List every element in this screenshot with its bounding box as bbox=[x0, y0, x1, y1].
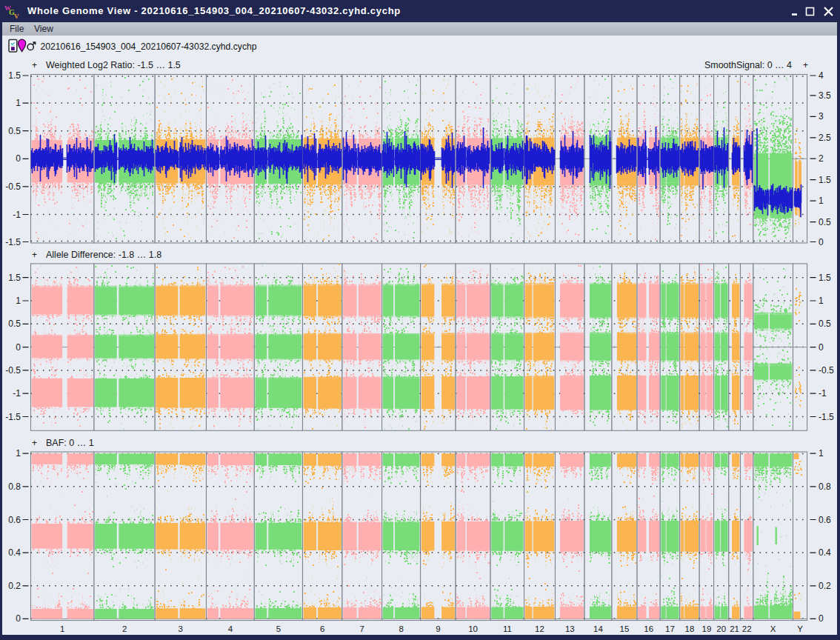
svg-text:0: 0 bbox=[819, 237, 824, 247]
svg-text:20: 20 bbox=[716, 624, 726, 633]
svg-text:-1: -1 bbox=[13, 210, 21, 220]
svg-text:20210616_154903_004_20210607-4: 20210616_154903_004_20210607-43032.cyhd.… bbox=[41, 41, 257, 52]
svg-text:11: 11 bbox=[503, 624, 512, 633]
svg-text:0.6: 0.6 bbox=[8, 515, 21, 525]
svg-text:1.5: 1.5 bbox=[819, 175, 831, 185]
svg-text:SmoothSignal: 0 … 4: SmoothSignal: 0 … 4 bbox=[704, 60, 792, 70]
svg-text:+: + bbox=[803, 60, 808, 70]
svg-text:2: 2 bbox=[819, 153, 824, 164]
svg-text:BAF: 0 … 1: BAF: 0 … 1 bbox=[46, 438, 94, 448]
svg-text:-1: -1 bbox=[819, 388, 827, 399]
svg-text:+: + bbox=[32, 438, 37, 448]
svg-text:0.2: 0.2 bbox=[819, 581, 831, 591]
svg-text:3.5: 3.5 bbox=[819, 90, 831, 101]
svg-text:12: 12 bbox=[535, 624, 544, 633]
svg-text:3: 3 bbox=[179, 624, 183, 633]
svg-text:16: 16 bbox=[644, 624, 653, 633]
svg-text:1: 1 bbox=[819, 448, 824, 459]
svg-text:4: 4 bbox=[228, 624, 233, 633]
svg-text:Y: Y bbox=[797, 624, 803, 633]
svg-text:Weighted Log2 Ratio: -1.5 … 1.: Weighted Log2 Ratio: -1.5 … 1.5 bbox=[46, 60, 181, 70]
svg-text:5: 5 bbox=[276, 624, 281, 633]
svg-text:0.5: 0.5 bbox=[8, 126, 21, 136]
svg-text:X: X bbox=[770, 624, 776, 633]
svg-text:9: 9 bbox=[436, 624, 440, 633]
svg-text:7: 7 bbox=[360, 624, 364, 633]
svg-text:0.5: 0.5 bbox=[819, 319, 831, 329]
svg-text:1: 1 bbox=[819, 296, 824, 306]
svg-text:-0.5: -0.5 bbox=[5, 181, 21, 192]
svg-text:+: + bbox=[32, 60, 37, 70]
svg-text:14: 14 bbox=[593, 624, 603, 633]
svg-text:22: 22 bbox=[742, 624, 752, 633]
svg-text:15: 15 bbox=[620, 624, 630, 633]
svg-text:-1: -1 bbox=[13, 388, 21, 399]
svg-text:1: 1 bbox=[16, 448, 21, 459]
svg-text:0: 0 bbox=[819, 613, 824, 624]
svg-text:3: 3 bbox=[819, 111, 824, 121]
svg-text:-1.5: -1.5 bbox=[5, 412, 21, 422]
svg-text:19: 19 bbox=[702, 624, 712, 633]
svg-text:6: 6 bbox=[320, 624, 324, 633]
svg-text:1: 1 bbox=[60, 624, 64, 633]
svg-text:1.5: 1.5 bbox=[8, 70, 21, 81]
svg-text:1: 1 bbox=[819, 196, 824, 206]
svg-text:0: 0 bbox=[16, 342, 21, 353]
svg-text:0.2: 0.2 bbox=[8, 581, 21, 591]
svg-text:-0.5: -0.5 bbox=[5, 365, 21, 376]
svg-text:4: 4 bbox=[819, 70, 824, 81]
svg-text:13: 13 bbox=[565, 624, 575, 633]
svg-text:1: 1 bbox=[16, 296, 21, 306]
svg-text:-1.5: -1.5 bbox=[819, 412, 834, 422]
svg-text:0.5: 0.5 bbox=[819, 217, 831, 227]
svg-text:2: 2 bbox=[122, 624, 127, 633]
svg-text:0: 0 bbox=[819, 342, 824, 353]
svg-text:1.5: 1.5 bbox=[819, 273, 831, 283]
svg-text:0.8: 0.8 bbox=[8, 481, 21, 492]
svg-text:0.4: 0.4 bbox=[819, 547, 831, 558]
svg-text:-0.5: -0.5 bbox=[819, 365, 834, 376]
svg-text:10: 10 bbox=[468, 624, 478, 633]
svg-text:1: 1 bbox=[16, 98, 21, 108]
svg-text:V: V bbox=[14, 13, 19, 20]
svg-text:Allele Difference: -1.8 … 1.8: Allele Difference: -1.8 … 1.8 bbox=[46, 250, 161, 260]
svg-text:0.4: 0.4 bbox=[8, 547, 21, 558]
svg-text:0.8: 0.8 bbox=[819, 481, 831, 492]
svg-text:+: + bbox=[32, 250, 37, 260]
svg-text:0: 0 bbox=[16, 153, 21, 164]
svg-text:2.5: 2.5 bbox=[819, 133, 831, 143]
svg-text:8: 8 bbox=[399, 624, 403, 633]
svg-text:18: 18 bbox=[685, 624, 695, 633]
svg-text:21: 21 bbox=[730, 624, 739, 633]
svg-text:1.5: 1.5 bbox=[8, 273, 21, 283]
svg-text:0: 0 bbox=[16, 613, 21, 624]
svg-text:17: 17 bbox=[665, 624, 675, 633]
svg-text:-1.5: -1.5 bbox=[5, 237, 21, 247]
svg-text:0.5: 0.5 bbox=[8, 319, 21, 329]
svg-text:0.6: 0.6 bbox=[819, 515, 831, 525]
